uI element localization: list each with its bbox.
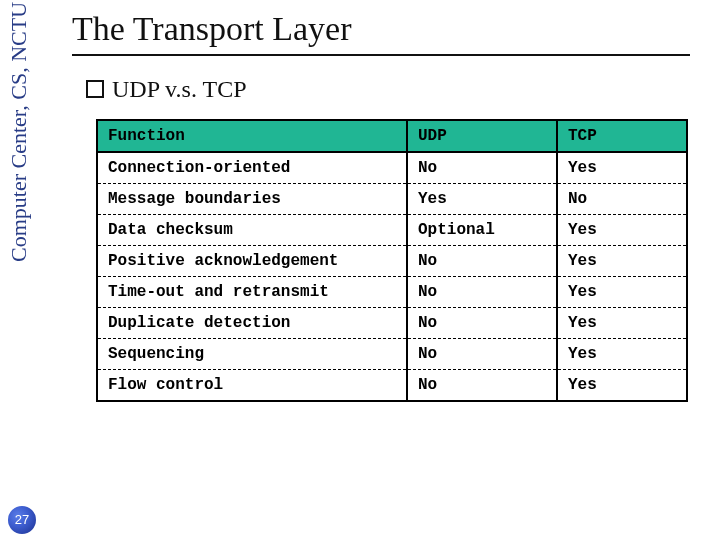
cell-udp: No bbox=[407, 339, 557, 370]
table-row: Positive acknowledgement No Yes bbox=[97, 246, 687, 277]
cell-function: Data checksum bbox=[97, 215, 407, 246]
cell-udp: No bbox=[407, 308, 557, 339]
cell-udp: No bbox=[407, 277, 557, 308]
cell-tcp: Yes bbox=[557, 308, 687, 339]
cell-udp: No bbox=[407, 246, 557, 277]
cell-tcp: Yes bbox=[557, 370, 687, 402]
cell-function: Sequencing bbox=[97, 339, 407, 370]
table-header-row: Function UDP TCP bbox=[97, 120, 687, 152]
cell-udp: No bbox=[407, 370, 557, 402]
comparison-table: Function UDP TCP Connection-oriented No … bbox=[96, 119, 688, 402]
cell-udp: Yes bbox=[407, 184, 557, 215]
cell-function: Duplicate detection bbox=[97, 308, 407, 339]
th-function: Function bbox=[97, 120, 407, 152]
sub-bullet-text: UDP v.s. TCP bbox=[112, 76, 246, 102]
page-number-badge: 27 bbox=[8, 506, 36, 534]
cell-function: Connection-oriented bbox=[97, 152, 407, 184]
cell-tcp: Yes bbox=[557, 152, 687, 184]
th-udp: UDP bbox=[407, 120, 557, 152]
table-row: Data checksum Optional Yes bbox=[97, 215, 687, 246]
sub-bullet: UDP v.s. TCP bbox=[86, 76, 690, 103]
cell-udp: No bbox=[407, 152, 557, 184]
cell-function: Flow control bbox=[97, 370, 407, 402]
table-row: Duplicate detection No Yes bbox=[97, 308, 687, 339]
table-row: Sequencing No Yes bbox=[97, 339, 687, 370]
cell-function: Positive acknowledgement bbox=[97, 246, 407, 277]
th-tcp: TCP bbox=[557, 120, 687, 152]
cell-tcp: Yes bbox=[557, 277, 687, 308]
cell-function: Message boundaries bbox=[97, 184, 407, 215]
cell-tcp: Yes bbox=[557, 339, 687, 370]
table-row: Message boundaries Yes No bbox=[97, 184, 687, 215]
cell-udp: Optional bbox=[407, 215, 557, 246]
org-sidebar-text: Computer Center, CS, NCTU bbox=[6, 2, 28, 402]
table-row: Time-out and retransmit No Yes bbox=[97, 277, 687, 308]
cell-function: Time-out and retransmit bbox=[97, 277, 407, 308]
cell-tcp: Yes bbox=[557, 215, 687, 246]
table-row: Connection-oriented No Yes bbox=[97, 152, 687, 184]
table-row: Flow control No Yes bbox=[97, 370, 687, 402]
cell-tcp: Yes bbox=[557, 246, 687, 277]
slide: Computer Center, CS, NCTU 27 The Transpo… bbox=[0, 0, 720, 540]
page-title: The Transport Layer bbox=[72, 10, 690, 48]
square-bullet-icon bbox=[86, 80, 104, 98]
title-rule bbox=[72, 54, 690, 56]
content-area: The Transport Layer UDP v.s. TCP Functio… bbox=[56, 0, 720, 540]
cell-tcp: No bbox=[557, 184, 687, 215]
